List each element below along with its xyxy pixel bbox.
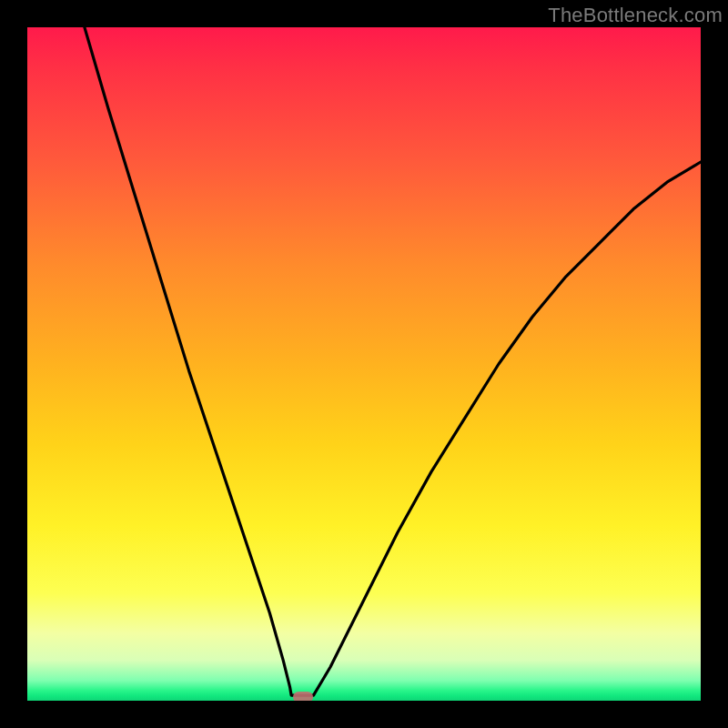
outer-frame: TheBottleneck.com [0, 0, 728, 728]
curve-path [85, 27, 701, 695]
optimum-marker [293, 692, 313, 701]
bottleneck-curve [27, 27, 701, 701]
watermark-text: TheBottleneck.com [548, 4, 723, 27]
plot-area [27, 27, 701, 701]
